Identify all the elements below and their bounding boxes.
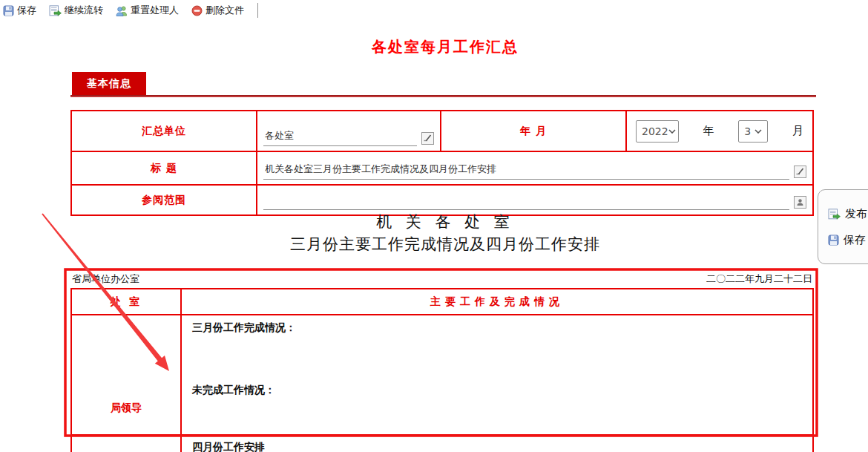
summary-unit-cell: 各处室 xyxy=(256,111,440,151)
table-row: 四月份工作安排 xyxy=(72,434,812,452)
page-title: 各处室每月工作汇总 xyxy=(15,37,868,57)
delete-file-label: 删除文件 xyxy=(206,4,244,17)
publish-button-label: 发布 xyxy=(845,207,867,221)
work-content-cell[interactable]: 三月份工作完成情况： 未完成工作情况： xyxy=(182,315,812,434)
toolbar-separator xyxy=(257,3,258,18)
tab-basic-info[interactable]: 基本信息 xyxy=(72,72,146,95)
year-month-cell: 2022 年 3 月 xyxy=(625,111,812,151)
work-content-cell[interactable]: 四月份工作安排 xyxy=(182,436,812,452)
work-summary-table: 处 室 主要工作及完成情况 局领导 三月份工作完成情况： 未完成工作情况： 四月… xyxy=(70,288,814,452)
summary-unit-label: 汇总单位 xyxy=(72,111,256,151)
save-button[interactable]: 保存 xyxy=(3,4,36,17)
document-heading-line2: 三月份主要工作完成情况及四月份工作安排 xyxy=(15,234,868,255)
panel-save-button[interactable]: 保存 xyxy=(828,233,868,247)
work-section-completed: 三月份工作完成情况： xyxy=(192,321,802,335)
toolbar: 保存 继续流转 xyxy=(0,0,868,21)
edit-field-icon[interactable] xyxy=(794,166,806,178)
summary-unit-input[interactable]: 各处室 xyxy=(263,129,417,146)
chevron-down-icon xyxy=(668,129,676,134)
reset-handler-button[interactable]: 重置处理人 xyxy=(116,4,179,17)
month-select[interactable]: 3 xyxy=(738,120,768,143)
reference-scope-label: 参阅范围 xyxy=(72,184,256,214)
document-caption: 省局单位办公室 二〇二二年九月二十二日 xyxy=(72,272,812,286)
delete-file-button[interactable]: 删除文件 xyxy=(191,4,244,17)
floppy-disk-icon xyxy=(3,5,14,16)
title-cell: 机关各处室三月份主要工作完成情况及四月份工作安排 xyxy=(256,151,812,184)
workflow-form-page: 保存 继续流转 xyxy=(0,0,868,452)
users-icon xyxy=(116,5,128,16)
chevron-down-icon xyxy=(754,129,762,134)
minus-circle-icon xyxy=(191,5,203,16)
table-row: 局领导 三月份工作完成情况： 未完成工作情况： xyxy=(72,314,812,434)
document-heading-line1: 机 关 各 处 室 xyxy=(15,212,868,232)
floppy-disk-icon xyxy=(828,235,839,246)
document-forward-icon xyxy=(49,5,62,16)
document-date: 二〇二二年九月二十二日 xyxy=(706,272,812,286)
office-column-header: 处 室 xyxy=(72,289,182,314)
document-unit: 省局单位办公室 xyxy=(72,272,139,286)
month-suffix-label: 月 xyxy=(792,124,803,138)
table-header-row: 处 室 主要工作及完成情况 xyxy=(72,289,812,314)
tab-underline xyxy=(70,95,816,97)
save-button-label: 保存 xyxy=(17,4,36,17)
continue-flow-button[interactable]: 继续流转 xyxy=(49,4,103,17)
work-section-uncompleted: 未完成工作情况： xyxy=(192,384,802,397)
reference-scope-cell xyxy=(256,184,812,214)
year-select-value: 2022 xyxy=(642,125,668,137)
continue-flow-label: 继续流转 xyxy=(65,4,103,17)
reset-handler-label: 重置处理人 xyxy=(131,4,179,17)
work-section-next-month: 四月份工作安排 xyxy=(192,441,802,452)
action-side-panel: 发布 保存 xyxy=(818,189,868,264)
basic-info-form: 汇总单位 各处室 年 月 2022 年 3 xyxy=(70,110,814,216)
panel-save-button-label: 保存 xyxy=(844,233,866,247)
title-input[interactable]: 机关各处室三月份主要工作完成情况及四月份工作安排 xyxy=(263,163,789,180)
year-select[interactable]: 2022 xyxy=(636,120,679,143)
edit-field-icon[interactable] xyxy=(421,132,434,145)
select-person-icon[interactable] xyxy=(794,196,806,209)
office-cell xyxy=(72,436,182,452)
office-cell: 局领导 xyxy=(72,315,182,434)
document-forward-icon xyxy=(828,209,841,220)
year-month-label: 年 月 xyxy=(440,111,625,151)
year-suffix-label: 年 xyxy=(703,124,714,138)
tab-basic-info-label: 基本信息 xyxy=(87,77,131,91)
reference-scope-input[interactable] xyxy=(263,195,789,210)
month-select-value: 3 xyxy=(744,125,751,137)
work-column-header: 主要工作及完成情况 xyxy=(182,289,812,314)
title-label: 标 题 xyxy=(72,151,256,184)
publish-button[interactable]: 发布 xyxy=(828,207,868,221)
